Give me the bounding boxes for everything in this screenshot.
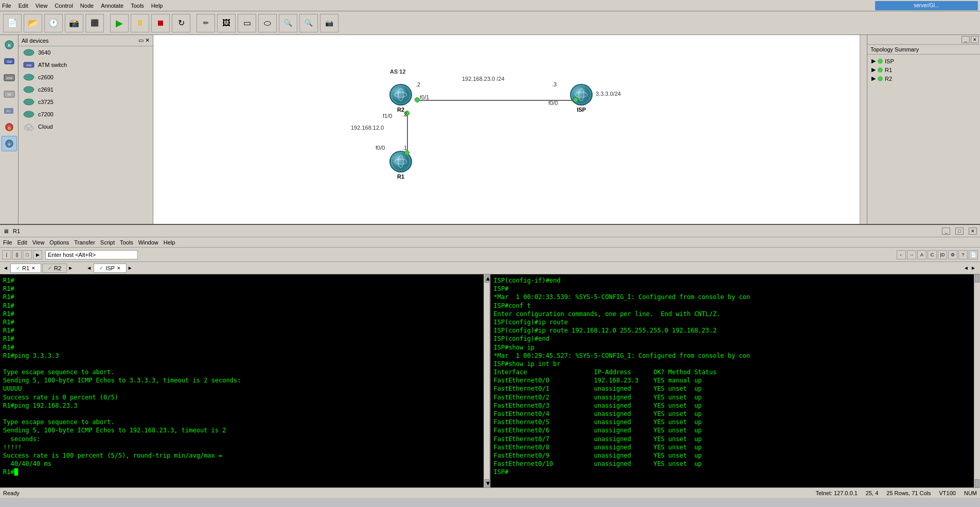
device-c2691[interactable]: c2691 (19, 83, 153, 96)
nav-all[interactable]: ≡ (2, 136, 17, 151)
panel-controls[interactable]: ▭ ✕ (138, 37, 150, 44)
ellipse-button[interactable]: ⬭ (258, 14, 277, 32)
console-button[interactable]: ⬛ (85, 14, 104, 32)
tab-scroll-left[interactable]: ◄ (3, 265, 9, 271)
nav-atm[interactable]: ATM (2, 70, 17, 85)
tree-isp[interactable]: ▶ ISP (869, 57, 978, 65)
r1-terminal-pane[interactable]: R1# R1# R1# R1# R1# R1# R1# R1# R1# R1#p… (0, 274, 484, 487)
tab-r1-close[interactable]: ✕ (31, 266, 35, 271)
tmenu-window[interactable]: Window (138, 239, 158, 246)
isp-terminal-pane[interactable]: ISP(config-if)#end ISP# *Mar 1 00:02:33.… (490, 274, 974, 487)
tmenu-edit[interactable]: Edit (17, 239, 27, 246)
router-r1[interactable]: R1 (388, 151, 414, 177)
device-c3725[interactable]: c3725 (19, 96, 153, 108)
tbar-btn5[interactable]: ← (897, 250, 906, 259)
r1-scrollbar[interactable]: ▲ ▼ (484, 274, 490, 487)
label-subnet-12: 192.168.12.0 (351, 125, 384, 131)
snapshot-button[interactable]: 📸 (65, 14, 83, 32)
tab-isp-close[interactable]: ✕ (117, 266, 121, 271)
nav-frame[interactable]: FR (2, 86, 17, 102)
r1-scroll-down[interactable]: ▼ (485, 479, 489, 487)
tmenu-tools[interactable]: Tools (120, 239, 133, 246)
tbar-btn1[interactable]: | (2, 250, 11, 259)
image-button[interactable]: 🖼 (217, 14, 236, 32)
device-atm-switch[interactable]: ATM ATM switch (19, 59, 153, 71)
tab-r1[interactable]: ✓ R1 ✕ (10, 264, 41, 273)
tbar-btn2[interactable]: || (12, 250, 22, 259)
right-panel-close[interactable]: ✕ (971, 36, 979, 43)
annotate-button[interactable]: ✏ (197, 14, 215, 32)
menu-node[interactable]: Node (80, 3, 94, 9)
tmenu-view[interactable]: View (32, 239, 45, 246)
pane-toggle2[interactable]: ► (971, 265, 977, 271)
nav-security[interactable]: 🔒 (2, 119, 17, 135)
isp-scroll-up[interactable] (975, 274, 979, 283)
device-cloud[interactable]: Cloud (19, 120, 153, 133)
reload-button[interactable]: ↻ (172, 14, 190, 32)
right-panel-min[interactable]: _ (961, 36, 970, 43)
menu-edit[interactable]: Edit (19, 3, 28, 9)
zoom-in-button[interactable]: 🔍 (279, 14, 297, 32)
tree-expand-isp[interactable]: ▶ (871, 58, 878, 64)
device-3640[interactable]: 3640 (19, 46, 153, 59)
menu-control[interactable]: Control (55, 3, 73, 9)
terminal-maximize[interactable]: □ (955, 228, 964, 235)
tmenu-options[interactable]: Options (49, 239, 69, 246)
menu-tools[interactable]: Tools (131, 3, 144, 9)
isp-scroll-down[interactable] (975, 479, 979, 487)
start-button[interactable]: ▶ (110, 14, 129, 32)
tbar-btn9[interactable]: |D (938, 250, 947, 259)
tab2-scroll-left[interactable]: ◄ (86, 265, 93, 271)
tbar-btn3[interactable]: □ (23, 250, 32, 259)
tbar-btn4[interactable]: ▶ (33, 250, 42, 259)
svg-text:ATM: ATM (26, 64, 31, 67)
tab-scroll-right[interactable]: ► (68, 265, 74, 271)
menu-help[interactable]: Help (151, 3, 163, 9)
menu-file[interactable]: File (2, 3, 11, 9)
tmenu-file[interactable]: File (3, 239, 12, 246)
terminal-minimize[interactable]: _ (942, 228, 950, 235)
rect-button[interactable]: ▭ (238, 14, 256, 32)
tmenu-help[interactable]: Help (164, 239, 175, 246)
isp-scrollbar[interactable] (974, 274, 980, 487)
terminal-content-area: R1# R1# R1# R1# R1# R1# R1# R1# R1# R1#p… (0, 274, 980, 487)
nav-router[interactable]: R (2, 37, 17, 53)
nav-switch[interactable]: SW (2, 54, 17, 69)
nav-device[interactable]: PC (2, 103, 17, 118)
terminal-close[interactable]: ✕ (969, 228, 977, 235)
tmenu-transfer[interactable]: Transfer (74, 239, 95, 246)
tbar-btn8[interactable]: C (928, 250, 937, 259)
status-ready: Ready (3, 490, 20, 496)
router-r2[interactable]: R2 (388, 84, 414, 110)
tab-r2[interactable]: ✓ R2 (42, 264, 67, 273)
menu-annotate[interactable]: Annotate (101, 3, 123, 9)
tree-r2[interactable]: ▶ R2 (869, 74, 978, 83)
tbar-btn10[interactable]: ⚙ (948, 250, 957, 259)
pane-toggle[interactable]: ◄ (964, 265, 970, 271)
tbar-btn7[interactable]: A (917, 250, 926, 259)
device-c2600[interactable]: c2600 (19, 71, 153, 83)
recent-button[interactable]: 🕐 (44, 14, 63, 32)
tbar-btn6[interactable]: → (907, 250, 916, 259)
terminal-toolbar: | || □ ▶ ← → A C |D ⚙ ? 📄 (0, 248, 980, 262)
screenshot-button[interactable]: 📷 (320, 14, 338, 32)
host-input[interactable] (45, 250, 138, 259)
tab2-scroll-right[interactable]: ► (128, 265, 134, 271)
tab-isp[interactable]: ✓ ISP ✕ (94, 264, 127, 273)
open-button[interactable]: 📂 (24, 14, 42, 32)
device-c7200[interactable]: c7200 (19, 108, 153, 120)
tree-r1[interactable]: ▶ R1 (869, 65, 978, 74)
tmenu-script[interactable]: Script (100, 239, 115, 246)
right-panel-top: _ ✕ (867, 35, 980, 45)
menu-view[interactable]: View (35, 3, 48, 9)
stop-button[interactable]: ⏹ (151, 14, 170, 32)
suspend-button[interactable]: ⏸ (131, 14, 149, 32)
tree-expand-r1[interactable]: ▶ (871, 66, 878, 73)
tbar-btn12[interactable]: 📄 (969, 250, 978, 259)
new-button[interactable]: 📄 (3, 14, 22, 32)
router-isp[interactable]: ISP (568, 84, 594, 110)
r1-scroll-up[interactable]: ▲ (485, 274, 489, 283)
tree-expand-r2[interactable]: ▶ (871, 75, 878, 82)
tbar-btn11[interactable]: ? (958, 250, 968, 259)
zoom-out-button[interactable]: 🔍 (299, 14, 318, 32)
